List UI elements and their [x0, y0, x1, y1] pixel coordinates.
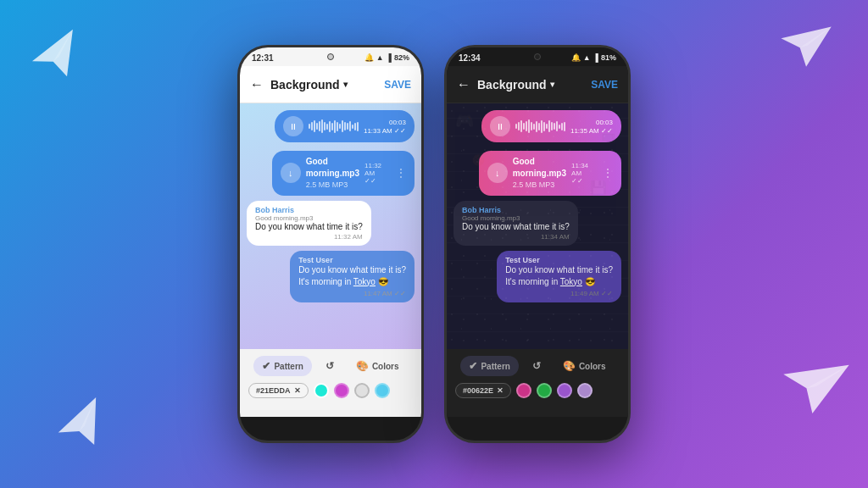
status-bar-dark: 12:34 🔔 ▲ ▐ 81% — [447, 47, 628, 66]
telegram-logo-bottom-right — [766, 336, 860, 429]
file-size-light: 2.5 MB MP3 — [306, 180, 359, 191]
msg-text-in-light: Do you know what time it is? — [255, 222, 363, 231]
telegram-logo-bottom-left — [42, 386, 119, 463]
app-bar-dark: ← Background ▾ SAVE — [447, 66, 628, 103]
telegram-logo-top-left — [19, 19, 92, 92]
color-tag-value-light: #21EDDA — [256, 386, 291, 395]
download-button-dark[interactable]: ↓ — [487, 163, 508, 183]
out-sender-light: Test User — [298, 256, 406, 264]
tab-colors-light[interactable]: 🎨 Colors — [348, 356, 408, 376]
file-menu-light[interactable]: ⋮ — [396, 167, 406, 179]
color-tag-dark[interactable]: #00622E ✕ — [455, 383, 511, 398]
file-name-dark: Good morning.mp3 — [513, 156, 566, 180]
swatch-3-light[interactable] — [354, 383, 370, 398]
file-size-dark: 2.5 MB MP3 — [513, 180, 566, 191]
waveform-light — [309, 119, 359, 134]
pattern-check-icon-dark: ✔ — [469, 360, 477, 372]
audio-bubble-dark: ⏸ 00:03 11:35 AM ✓✓ — [481, 110, 621, 142]
tab-pattern-dark[interactable]: ✔ Pattern — [460, 356, 518, 376]
pattern-label-dark: Pattern — [481, 362, 509, 371]
chat-area-dark: 🎮 📺 🏀 💾 🎵 ⏸ 00:03 11:35 AM ✓✓ — [447, 103, 628, 349]
back-button-light[interactable]: ← — [250, 77, 264, 92]
pattern-check-icon-light: ✔ — [262, 360, 270, 372]
color-swatches-light: #21EDDA ✕ — [248, 383, 413, 398]
swatch-2-light[interactable] — [334, 383, 349, 398]
audio-info-dark: 00:03 11:35 AM ✓✓ — [570, 119, 613, 135]
text-message-out-light: Test User Do you know what time it is? I… — [290, 251, 415, 302]
out-line1-dark: Do you know what time it is? — [505, 264, 613, 276]
text-bubble-out-light: Test User Do you know what time it is? I… — [290, 251, 415, 302]
msg-time-out-light: 11:47 AM ✓✓ — [298, 290, 406, 297]
status-icons-dark: 🔔 ▲ ▐ 81% — [571, 53, 616, 62]
phones-container: 12:31 🔔 ▲ ▐ 82% ← Background ▾ SAVE ⏸ — [237, 45, 631, 443]
swatch-3-dark[interactable] — [557, 383, 572, 398]
color-tag-value-dark: #00622E — [463, 386, 493, 395]
sender-name-dark: Bob Harris — [462, 206, 570, 214]
text-bubble-out-dark: Test User Do you know what time it is? I… — [497, 251, 621, 302]
text-message-in-light: Bob Harris Good morning.mp3 Do you know … — [247, 201, 371, 246]
pause-button-dark[interactable]: ⏸ — [490, 116, 510, 136]
text-message-in-dark: Bob Harris Good morning.mp3 Do you know … — [453, 201, 578, 246]
file-message-out-dark: ↓ Good morning.mp3 2.5 MB MP3 11:34 AM ✓… — [479, 147, 621, 196]
file-info-dark: Good morning.mp3 2.5 MB MP3 — [513, 156, 566, 191]
text-bubble-in-light: Bob Harris Good morning.mp3 Do you know … — [247, 201, 371, 246]
swatch-4-dark[interactable] — [577, 383, 593, 398]
swatch-4-light[interactable] — [375, 383, 390, 398]
bottom-toolbar-dark: ✔ Pattern ↺ 🎨 Colors #00622E ✕ — [447, 349, 628, 417]
phone-dark: 12:34 🔔 ▲ ▐ 81% ← Background ▾ SAVE 🎮 📺 — [444, 45, 631, 443]
dropdown-arrow-dark[interactable]: ▾ — [550, 80, 554, 89]
swatch-1-dark[interactable] — [516, 383, 531, 398]
chat-area-light: ⏸ 00:03 11:33 AM ✓✓ ↓ Good morning.mp3 — [240, 103, 421, 349]
file-bubble-light: ↓ Good morning.mp3 2.5 MB MP3 11:32 AM ✓… — [272, 151, 415, 196]
save-button-light[interactable]: SAVE — [384, 79, 411, 91]
out-line2-dark: It's morning in Tokyo 😎 — [505, 276, 613, 288]
telegram-logo-top-right — [770, 8, 838, 76]
camera-dot-light — [327, 53, 334, 60]
text-bubble-in-dark: Bob Harris Good morning.mp3 Do you know … — [453, 201, 578, 246]
sender-name-light: Bob Harris — [255, 206, 363, 214]
audio-bubble-light: ⏸ 00:03 11:33 AM ✓✓ — [275, 110, 415, 142]
colors-label-dark: Colors — [579, 362, 606, 371]
swatch-1-light[interactable] — [314, 383, 329, 398]
reply-to-dark: Good morning.mp3 — [462, 214, 570, 222]
camera-dot-dark — [534, 53, 541, 60]
title-dark: Background ▾ — [477, 78, 591, 92]
pattern-label-light: Pattern — [274, 362, 303, 371]
save-button-dark[interactable]: SAVE — [591, 79, 618, 91]
audio-time-dark: 11:35 AM ✓✓ — [570, 127, 613, 135]
out-sender-dark: Test User — [505, 256, 613, 264]
wifi-icon-dark: ▲ — [583, 53, 591, 62]
color-tag-light[interactable]: #21EDDA ✕ — [248, 383, 309, 398]
close-tag-icon-light[interactable]: ✕ — [294, 386, 301, 395]
toolbar-tabs-dark: ✔ Pattern ↺ 🎨 Colors — [460, 356, 614, 376]
reset-icon-light: ↺ — [326, 360, 334, 372]
back-button-dark[interactable]: ← — [457, 77, 470, 92]
text-message-out-dark: Test User Do you know what time it is? I… — [497, 251, 621, 302]
pause-button-light[interactable]: ⏸ — [283, 116, 303, 136]
msg-time-out-dark: 11:49 AM ✓✓ — [505, 290, 613, 297]
status-bar-light: 12:31 🔔 ▲ ▐ 82% — [240, 47, 421, 66]
file-menu-dark[interactable]: ⋮ — [603, 167, 613, 179]
audio-info-light: 00:03 11:33 AM ✓✓ — [364, 119, 406, 135]
tab-colors-dark[interactable]: 🎨 Colors — [554, 356, 615, 376]
bottom-toolbar-light: ✔ Pattern ↺ 🎨 Colors #21EDDA ✕ — [240, 349, 421, 417]
out-line2-light: It's morning in Tokyo 😎 — [298, 276, 406, 288]
time-dark: 12:34 — [459, 53, 481, 63]
phone-light: 12:31 🔔 ▲ ▐ 82% ← Background ▾ SAVE ⏸ — [237, 45, 424, 443]
msg-text-in-dark: Do you know what time it is? — [462, 222, 570, 231]
tab-pattern-light[interactable]: ✔ Pattern — [253, 356, 311, 376]
color-swatches-dark: #00622E ✕ — [455, 383, 620, 398]
tab-reset-dark[interactable]: ↺ — [524, 356, 549, 376]
audio-duration-dark: 00:03 — [596, 119, 613, 126]
close-tag-icon-dark[interactable]: ✕ — [497, 386, 504, 395]
title-light: Background ▾ — [270, 78, 384, 92]
file-time-dark: 11:34 AM ✓✓ — [571, 162, 594, 185]
time-light: 12:31 — [252, 53, 274, 63]
battery-dark: 81% — [601, 53, 616, 62]
tab-reset-light[interactable]: ↺ — [317, 356, 342, 376]
status-icons-light: 🔔 ▲ ▐ 82% — [364, 53, 409, 62]
dropdown-arrow-light[interactable]: ▾ — [343, 80, 348, 89]
msg-time-in-dark: 11:34 AM — [462, 233, 570, 241]
swatch-2-dark[interactable] — [537, 383, 552, 398]
download-button-light[interactable]: ↓ — [281, 163, 301, 183]
